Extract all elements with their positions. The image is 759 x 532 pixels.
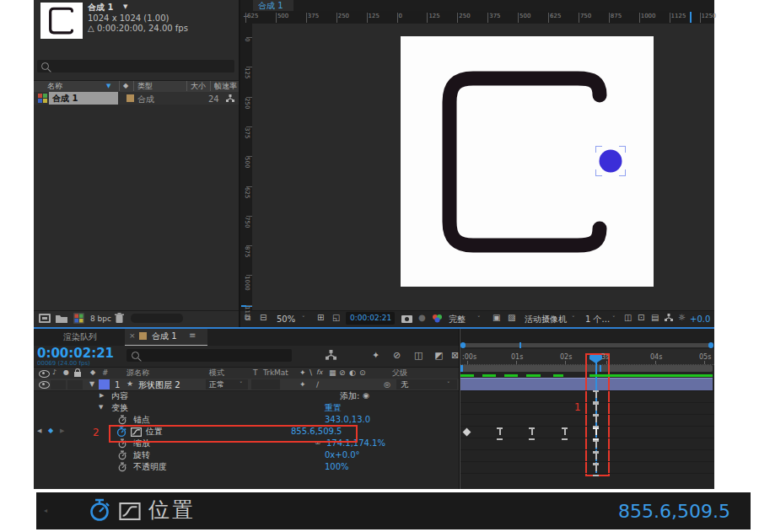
keyframe-ibeam[interactable] <box>562 427 568 440</box>
col-t[interactable]: T <box>253 369 258 377</box>
panel-menu-icon[interactable]: ≡ <box>189 331 196 340</box>
timeline-search-input[interactable] <box>126 349 292 362</box>
keyframe-ibeam[interactable] <box>593 427 599 440</box>
chevron-down-icon[interactable]: ˅ <box>572 316 575 322</box>
viewer-timecode-box[interactable]: 0:00:02:21 <box>346 312 395 325</box>
tab-render-queue[interactable]: 渲染队列 <box>63 333 97 341</box>
zoom-handle-left[interactable] <box>460 342 466 348</box>
canvas[interactable] <box>401 36 654 287</box>
solo-cell[interactable] <box>67 380 83 390</box>
col-name[interactable]: 名称 <box>47 83 62 90</box>
close-icon[interactable]: × <box>129 332 136 340</box>
property-value[interactable]: 0x+0.0° <box>325 451 360 459</box>
trash-icon[interactable] <box>115 313 124 323</box>
property-row-anchor[interactable]: 锚点 343.0,13.0 <box>34 414 460 426</box>
tab-comp-label[interactable]: 合成 1 <box>152 332 177 341</box>
col-size[interactable]: 大小 <box>191 83 206 90</box>
property-name[interactable]: 锚点 <box>133 416 150 424</box>
col-mode[interactable]: 模式 <box>209 369 224 377</box>
project-comp-name[interactable]: 合成 1 <box>88 3 113 12</box>
mini-flowchart-icon[interactable] <box>665 314 673 322</box>
selected-name-cell[interactable]: 合成 1 <box>49 92 118 105</box>
add-button-icon[interactable]: ◉ <box>363 392 369 400</box>
keyframe-toggle-icon[interactable]: ◆ <box>48 427 53 434</box>
chevron-down-icon[interactable]: ▼ <box>123 4 127 10</box>
layer-collapse-icon[interactable]: ∕ <box>316 381 319 389</box>
monitor-icon[interactable]: ⊟ <box>260 314 266 322</box>
selection-handle[interactable] <box>595 169 602 176</box>
col-parent[interactable]: 父级 <box>392 369 407 377</box>
layer-expand-icon[interactable]: ▼ <box>89 381 94 388</box>
bit-depth-label[interactable]: 8 bpc <box>90 315 111 323</box>
property-row-opacity[interactable]: 不透明度 100% <box>34 461 460 473</box>
property-row-transform[interactable]: ▼ 变换 重置 <box>34 402 460 414</box>
stopwatch-icon[interactable] <box>117 462 127 472</box>
adaptive-resolution-icon[interactable]: ☼ <box>678 314 686 322</box>
layer-label-swatch[interactable] <box>99 379 110 390</box>
lock-column-icon[interactable] <box>74 372 81 377</box>
next-keyframe-icon[interactable]: ▶ <box>60 428 64 434</box>
new-comp-icon[interactable] <box>73 313 84 324</box>
project-row-name[interactable]: 合成 1 <box>52 94 78 103</box>
selection-handle[interactable] <box>619 146 626 153</box>
property-row-contents[interactable]: ▶ 内容 添加: ◉ <box>34 390 460 402</box>
show-snapshot-icon[interactable]: ● <box>418 314 426 322</box>
col-source-name[interactable]: 源名称 <box>126 369 149 377</box>
camera-view-select[interactable]: 活动摄像机 <box>525 315 567 324</box>
prev-keyframe-icon[interactable]: ◀ <box>37 428 41 434</box>
timeline-timecode[interactable]: 0:00:02:21 <box>37 347 114 360</box>
grid-options-icon[interactable]: ⊞ <box>317 314 324 322</box>
layer-visibility-icon[interactable] <box>39 381 50 389</box>
tab-comp-active[interactable]: × 合成 1 ≡ <box>125 329 207 346</box>
chevron-down-icon[interactable]: ˅ <box>477 316 481 322</box>
stopwatch-icon[interactable] <box>117 450 127 460</box>
property-name[interactable]: 变换 <box>111 404 128 412</box>
footage-icon[interactable] <box>39 314 51 323</box>
property-name[interactable]: 不透明度 <box>133 463 167 471</box>
pixel-aspect-icon[interactable]: ⊡ <box>638 314 644 322</box>
draft3d-icon[interactable]: ✦ <box>372 351 380 360</box>
viewer-timecode[interactable]: 0:00:02:21 <box>350 314 391 322</box>
property-row-rotation[interactable]: 旋转 0x+0.0° <box>34 449 460 461</box>
parent-select[interactable]: 无 ˅ <box>396 379 457 390</box>
safe-margins-icon[interactable]: ◱ <box>332 314 340 322</box>
work-area-start-handle[interactable] <box>460 365 463 372</box>
col-trkmat[interactable]: TrkMat <box>263 369 288 377</box>
property-name[interactable]: 旋转 <box>133 451 150 459</box>
reset-link[interactable]: 重置 <box>325 404 342 412</box>
property-name[interactable]: 内容 <box>111 392 128 400</box>
col-type[interactable]: 类型 <box>137 83 153 90</box>
trkmat-cell[interactable] <box>251 379 280 390</box>
frame-blend-icon[interactable]: ◫ <box>414 351 423 360</box>
transparency-grid-icon[interactable]: ▨ <box>508 314 515 322</box>
selection-handle[interactable] <box>619 169 626 176</box>
viewer-tab-comp[interactable]: 合成 1 <box>253 0 293 11</box>
motion-blur-icon[interactable]: ◩ <box>434 351 443 360</box>
share-view-icon[interactable]: ◫ <box>624 314 632 322</box>
region-of-interest-icon[interactable]: ▣ <box>493 314 500 322</box>
property-value[interactable]: 100% <box>325 463 349 471</box>
keyframe-ibeam[interactable] <box>529 427 535 440</box>
parent-pickwhip-icon[interactable]: ◎ <box>384 381 390 389</box>
tag-icon[interactable]: ◆ <box>123 83 128 89</box>
viewer-tab-label[interactable]: 合成 1 <box>258 2 283 10</box>
project-search-input[interactable] <box>37 60 234 73</box>
sort-descending-icon[interactable]: ▼ <box>106 83 110 89</box>
project-row[interactable]: 合成 1 合成 24 <box>34 92 239 105</box>
col-index[interactable]: # <box>102 369 109 377</box>
folder-icon[interactable] <box>56 314 67 323</box>
flowchart-icon[interactable] <box>226 94 234 103</box>
chevron-down-icon[interactable]: ˅ <box>302 316 305 322</box>
graph-editor-icon[interactable]: ⊠ <box>451 351 459 360</box>
zoom-level-select[interactable]: 50% <box>277 315 295 324</box>
collapse-arrow-icon[interactable]: ▶ <box>100 393 104 399</box>
blend-mode-value[interactable]: 正常 <box>209 381 224 389</box>
snapshot-camera-icon[interactable] <box>401 315 412 323</box>
channel-rgb-icon[interactable] <box>432 314 443 323</box>
c-shape-layer[interactable] <box>401 36 654 287</box>
hide-shy-icon[interactable]: ⊘ <box>393 351 401 360</box>
audio-cell[interactable] <box>51 380 66 390</box>
property-value[interactable]: 343.0,13.0 <box>325 416 370 424</box>
stopwatch-icon[interactable] <box>117 415 127 425</box>
label-column-icon[interactable]: ◆ <box>90 369 95 376</box>
